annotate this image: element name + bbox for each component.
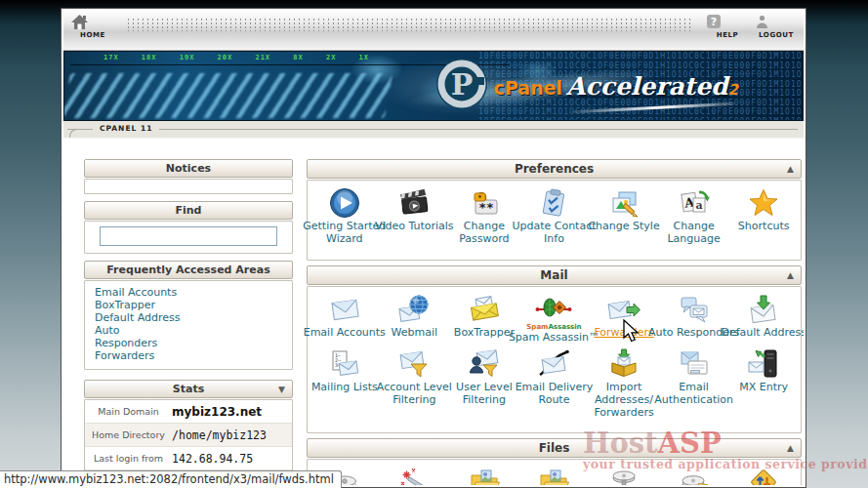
- svg-text:a: a: [695, 199, 702, 212]
- feature-default-address[interactable]: Default Address: [729, 293, 798, 344]
- logout-button[interactable]: LOGOUT: [755, 15, 798, 39]
- feature-getting-started-wizard[interactable]: Getting Started Wizard: [310, 186, 379, 245]
- help-button[interactable]: ? HELP: [706, 15, 749, 39]
- notices-header: Notices: [84, 159, 293, 178]
- stat-row-home-directory: Home Directory /home/mybiz123: [85, 424, 292, 447]
- stat-value: mybiz123.net: [172, 405, 292, 419]
- sidebar: Notices Find Frequently Accessed Areas E…: [84, 159, 293, 485]
- feature-shortcuts[interactable]: Shortcuts: [729, 186, 798, 245]
- find-input[interactable]: [100, 226, 277, 246]
- feature-web-disk[interactable]: [590, 466, 658, 485]
- theme-tabstrip: CPANEL 11: [63, 121, 804, 139]
- help-label: HELP: [706, 31, 749, 39]
- feature-ftp[interactable]: [729, 466, 798, 485]
- cpanel-window: HOME ? HELP LOGOUT: [61, 8, 806, 488]
- stats-collapse-icon[interactable]: ▼: [278, 381, 285, 398]
- tab-cpanel11: CPANEL 11: [93, 124, 159, 133]
- feature-backup-wizard[interactable]: [380, 466, 448, 485]
- ftp-icon: [729, 466, 798, 485]
- brand-banner: 10F0E000F0D1M1O1OC0C1OF0E000F0D1H1O1OC0C…: [63, 51, 804, 121]
- brand-sub: 2: [728, 81, 738, 99]
- forwarders-icon: [590, 293, 658, 326]
- content-area: Notices Find Frequently Accessed Areas E…: [63, 139, 804, 485]
- brand-suffix: Accelerated: [566, 72, 727, 101]
- logout-label: LOGOUT: [755, 31, 798, 39]
- email-delivery-route-icon: [519, 347, 588, 381]
- sidebar-link-default-address[interactable]: Default Address: [95, 311, 282, 324]
- email-accounts-icon: [310, 293, 379, 326]
- stats-box: Stats▼ Main Domain mybiz123.net Home Dir…: [84, 380, 293, 485]
- stat-value: 142.68.94.75: [172, 452, 292, 466]
- stat-row-last-login: Last login from 142.68.94.75: [85, 447, 292, 470]
- sidebar-link-email-accounts[interactable]: Email Accounts: [95, 286, 282, 299]
- status-bar-url: http://www.mybiz123.net:2082/frontend/x3…: [0, 470, 342, 488]
- import-addresses-icon: [590, 347, 658, 381]
- backup-wizard-icon: [380, 466, 448, 485]
- svg-text:**: **: [478, 200, 494, 215]
- files-header: Files: [539, 441, 570, 455]
- logout-icon: [755, 15, 769, 29]
- spamassassin-icon: [519, 293, 588, 326]
- auto-responders-icon: [660, 293, 728, 326]
- home-label: HOME: [71, 31, 114, 39]
- feature-legacy-file-manager[interactable]: [519, 466, 588, 485]
- cpanel-logo-icon: P: [435, 58, 488, 110]
- disk-space-usage-icon: [660, 466, 728, 485]
- feature-mx-entry[interactable]: MX Entry: [729, 347, 798, 419]
- stats-header: Stats: [173, 383, 204, 395]
- stat-label: Last login from: [85, 453, 172, 464]
- mailing-lists-icon: 1—2—3—: [310, 347, 379, 381]
- help-icon: ?: [706, 15, 722, 29]
- email-authentication-icon: [660, 347, 728, 381]
- tab-curve: [69, 129, 92, 138]
- web-disk-icon: [590, 466, 658, 485]
- file-manager-icon: [450, 466, 518, 485]
- stat-value: /home/mybiz123: [172, 428, 292, 442]
- svg-text:P: P: [450, 67, 473, 102]
- find-box: Find: [84, 201, 293, 254]
- change-password-icon: **: [450, 186, 518, 220]
- sidebar-link-auto-responders-2[interactable]: Responders: [95, 337, 282, 349]
- mail-collapse-icon[interactable]: ▲: [787, 266, 794, 285]
- feature-file-manager[interactable]: [450, 466, 518, 485]
- files-section: Files▲: [307, 438, 802, 485]
- user-level-filtering-icon: [450, 347, 518, 381]
- feature-update-contact-info[interactable]: Update Contact Info: [519, 186, 588, 245]
- brand-name: cPanel: [494, 77, 562, 99]
- boxtrapper-icon: [450, 293, 518, 326]
- preferences-collapse-icon[interactable]: ▲: [787, 160, 794, 179]
- sidebar-link-boxtrapper[interactable]: BoxTrapper: [95, 299, 282, 311]
- preferences-section: Preferences▲ Getting Started Wizard: [307, 159, 802, 261]
- svg-text:?: ?: [711, 16, 717, 28]
- webmail-icon: [380, 293, 448, 326]
- video-tutorials-icon: [380, 186, 448, 220]
- preferences-header: Preferences: [515, 162, 594, 176]
- sidebar-link-auto-responders[interactable]: Auto: [95, 324, 282, 337]
- stat-row-main-domain: Main Domain mybiz123.net: [85, 400, 292, 424]
- files-collapse-icon[interactable]: ▲: [787, 439, 794, 458]
- update-contact-info-icon: [519, 186, 588, 220]
- screen: HOME ? HELP LOGOUT: [0, 0, 868, 488]
- home-button[interactable]: HOME: [71, 15, 114, 39]
- change-language-icon: Aa: [660, 186, 728, 220]
- default-address-icon: [729, 293, 798, 326]
- shortcuts-icon: [729, 186, 798, 220]
- tab-divider: [67, 129, 798, 130]
- mail-section: Mail▲ Email Accounts Webmail: [307, 265, 802, 433]
- feature-change-language[interactable]: Aa Change Language: [660, 186, 728, 245]
- stat-label: Main Domain: [85, 406, 172, 417]
- frequently-accessed-box: Frequently Accessed Areas Email Accounts…: [84, 261, 293, 370]
- feature-disk-space-usage[interactable]: [660, 466, 728, 485]
- toolbar-texture: [126, 18, 690, 31]
- mx-entry-icon: [729, 347, 798, 381]
- account-level-filtering-icon: [380, 347, 448, 381]
- frequently-accessed-header: Frequently Accessed Areas: [84, 261, 293, 279]
- home-icon: [71, 15, 88, 29]
- notices-box: Notices: [84, 159, 293, 194]
- notices-body: [84, 179, 293, 194]
- change-style-icon: [590, 186, 658, 220]
- main-panel: Preferences▲ Getting Started Wizard: [307, 159, 802, 485]
- sidebar-link-forwarders[interactable]: Forwarders: [95, 349, 282, 362]
- find-header: Find: [84, 201, 293, 220]
- legacy-file-manager-icon: [519, 466, 588, 485]
